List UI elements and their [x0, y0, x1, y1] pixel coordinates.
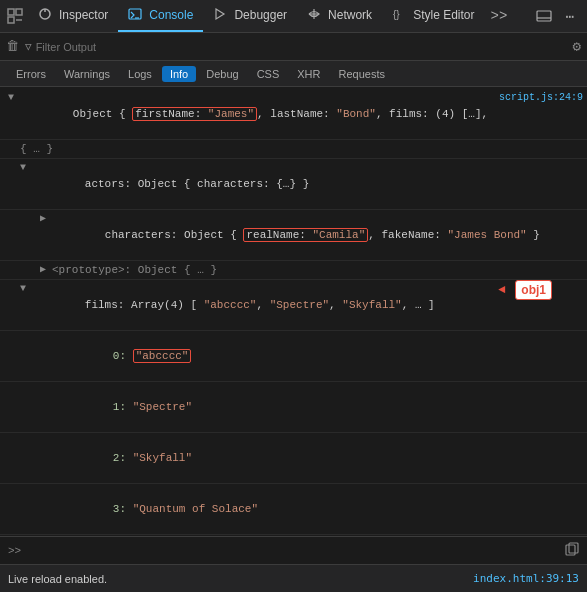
nav-tabs: Inspector Console Debugger — [28, 0, 513, 32]
console-output: Object { firstName: "James", lastName: "… — [0, 87, 587, 536]
obj1-annotation: ◄ obj1 — [498, 280, 552, 300]
obj1-film-0: 0: "abcccc" — [0, 331, 587, 382]
svg-rect-0 — [8, 9, 14, 15]
clear-console-button[interactable]: 🗑 — [6, 39, 19, 54]
obj1-film-2: 2: "Skyfall" — [0, 433, 587, 484]
obj1-actors-line[interactable]: actors: Object { characters: {…} } — [0, 159, 587, 210]
filter-input[interactable] — [36, 41, 573, 53]
level-tabs: Errors Warnings Logs Info Debug CSS XHR … — [0, 61, 587, 87]
svg-text:{}: {} — [393, 9, 400, 20]
obj1-proto-actors: <prototype>: Object { … } — [0, 261, 587, 280]
inspector-icon — [38, 7, 56, 24]
toolbar-actions: ⋯ — [533, 5, 581, 27]
tab-xhr[interactable]: XHR — [289, 66, 328, 82]
filter-settings-button[interactable]: ⚙ — [573, 38, 581, 55]
status-source: index.html:39:13 — [473, 572, 579, 585]
obj1-films-line[interactable]: films: Array(4) [ "abcccc", "Spectre", "… — [0, 280, 587, 331]
svg-marker-8 — [216, 9, 224, 19]
svg-rect-12 — [537, 11, 551, 21]
tab-network[interactable]: Network — [297, 0, 382, 32]
svg-rect-2 — [8, 17, 14, 23]
obj1-brace-line: { … } — [0, 140, 587, 159]
status-bar: Live reload enabled. index.html:39:13 — [0, 564, 587, 592]
copy-button[interactable] — [565, 542, 579, 560]
more-options-button[interactable]: ⋯ — [559, 5, 581, 27]
expand-proto-actors[interactable] — [40, 262, 52, 278]
tab-info[interactable]: Info — [162, 66, 196, 82]
tab-debugger[interactable]: Debugger — [203, 0, 297, 32]
devtools-logo-icon — [6, 7, 24, 25]
obj1-film-3: 3: "Quantum of Solace" — [0, 484, 587, 535]
obj1-source: script.js:24:9 — [499, 90, 583, 106]
style-editor-icon: {} — [392, 7, 410, 24]
tab-console[interactable]: Console — [118, 0, 203, 32]
svg-rect-1 — [16, 9, 22, 15]
dock-button[interactable] — [533, 5, 555, 27]
toolbar: Inspector Console Debugger — [0, 0, 587, 33]
console-icon — [128, 7, 146, 24]
obj1-header-line[interactable]: Object { firstName: "James", lastName: "… — [0, 89, 587, 140]
console-input-bar: >> — [0, 536, 587, 564]
tab-style-editor[interactable]: {} Style Editor — [382, 0, 484, 32]
debugger-icon — [213, 7, 231, 24]
network-icon — [307, 7, 325, 24]
obj1-header-text: Object { firstName: "James", lastName: "… — [20, 90, 491, 138]
input-prompt-icon: >> — [8, 545, 21, 557]
tab-debug[interactable]: Debug — [198, 66, 246, 82]
status-text: Live reload enabled. — [8, 573, 107, 585]
expand-films-button[interactable] — [20, 281, 32, 297]
tab-inspector[interactable]: Inspector — [28, 0, 118, 32]
filter-icon: ▽ — [25, 40, 32, 53]
tab-requests[interactable]: Requests — [331, 66, 393, 82]
tab-errors[interactable]: Errors — [8, 66, 54, 82]
obj1-film-1: 1: "Spectre" — [0, 382, 587, 433]
filter-bar: 🗑 ▽ ⚙ — [0, 33, 587, 61]
tab-warnings[interactable]: Warnings — [56, 66, 118, 82]
tab-css[interactable]: CSS — [249, 66, 288, 82]
expand-obj1-button[interactable] — [8, 90, 20, 106]
more-tabs-button[interactable]: >> — [484, 8, 513, 24]
obj1-characters-line[interactable]: characters: Object { realName: "Camila",… — [0, 210, 587, 261]
expand-characters-button[interactable] — [40, 211, 52, 227]
expand-actors-button[interactable] — [20, 160, 32, 176]
console-input[interactable] — [27, 544, 565, 557]
tab-logs[interactable]: Logs — [120, 66, 160, 82]
